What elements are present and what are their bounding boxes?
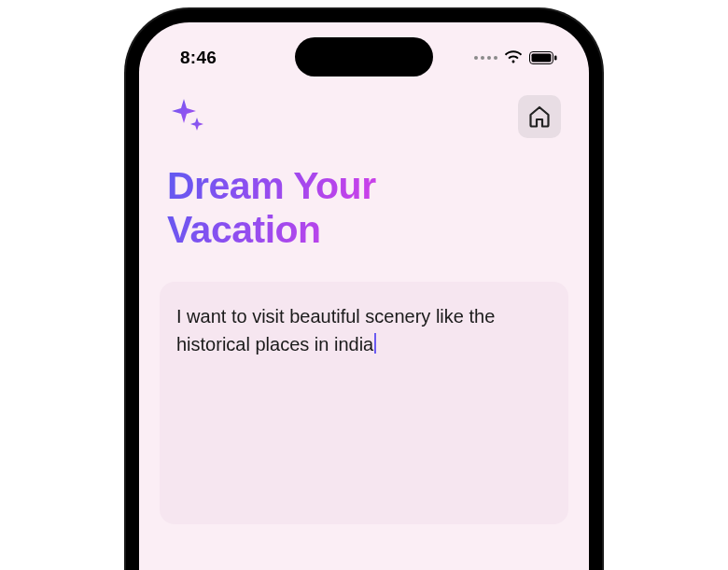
app-header [139, 76, 589, 138]
status-time: 8:46 [180, 48, 217, 68]
wifi-icon [504, 50, 523, 65]
phone-frame: 8:46 [126, 9, 602, 570]
svg-rect-2 [554, 56, 557, 61]
page-title-line2: Vacation [167, 208, 321, 251]
text-cursor [374, 333, 376, 354]
home-icon [527, 104, 552, 129]
vacation-input[interactable]: I want to visit beautiful scenery like t… [160, 282, 568, 524]
page-title-line1: Dream Your [167, 164, 376, 207]
svg-rect-1 [532, 54, 552, 63]
signal-icon [474, 56, 497, 60]
dynamic-island [295, 37, 433, 76]
page-title: Dream Your Vacation [139, 138, 589, 252]
battery-icon [529, 51, 557, 64]
vacation-input-text: I want to visit beautiful scenery like t… [176, 306, 495, 355]
phone-screen: 8:46 [139, 22, 589, 570]
status-right [474, 50, 557, 65]
sparkle-icon [167, 95, 210, 138]
home-button[interactable] [518, 95, 561, 138]
